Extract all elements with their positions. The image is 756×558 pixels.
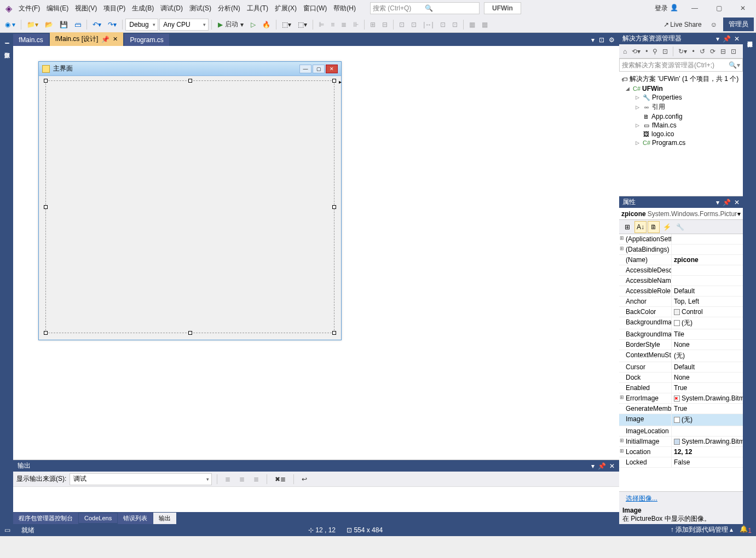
align-button[interactable]: ≡	[328, 19, 337, 30]
open-button[interactable]: 📂	[42, 19, 56, 30]
prop-row[interactable]: BackColorControl	[619, 307, 743, 317]
picturebox-zpicone[interactable]: ▸	[45, 80, 334, 333]
sol-tool2-icon[interactable]: ↺	[698, 47, 707, 56]
props-dropdown-icon[interactable]: ▾	[716, 199, 719, 206]
toolbox-tab[interactable]: 工具箱	[2, 34, 11, 43]
prop-row[interactable]: (DataBindings)	[619, 245, 743, 255]
btab-errors[interactable]: 错误列表	[118, 513, 153, 524]
datasource-tab[interactable]: 数据源	[2, 44, 11, 53]
tab-settings-icon[interactable]: ⚙	[609, 36, 615, 44]
tab-dropdown-icon[interactable]: ▾	[591, 36, 595, 44]
properties-grid[interactable]: (ApplicationSettings)(DataBindings)(Name…	[619, 234, 743, 491]
prop-row[interactable]: AccessibleDescription	[619, 265, 743, 276]
prop-row[interactable]: Location12, 12	[619, 447, 743, 457]
start-button[interactable]: ▶启动 ▾	[215, 19, 247, 30]
prop-row[interactable]: LockedFalse	[619, 457, 743, 468]
pin-icon[interactable]: 📌	[101, 36, 109, 43]
sol-close-icon[interactable]: ✕	[734, 35, 740, 43]
sol-dropdown-icon[interactable]: ▾	[716, 35, 719, 43]
menu-测试(S)[interactable]: 测试(S)	[186, 2, 215, 15]
sol-sync-icon[interactable]: ⚲	[651, 47, 659, 56]
step-button[interactable]: ⬚▾	[279, 19, 294, 30]
live-share-button[interactable]: ↗ Live Share	[661, 19, 704, 30]
sol-tool1-icon[interactable]: ↻▾	[677, 47, 689, 56]
login-button[interactable]: 登录 👤	[651, 2, 682, 15]
prop-row[interactable]: InitialImageSystem.Drawing.Bitmap	[619, 437, 743, 447]
nav-back-button[interactable]: ◉ ▾	[2, 19, 18, 30]
btab-pkg[interactable]: 程序包管理器控制台	[13, 513, 78, 524]
properties-object-combo[interactable]: zpicone System.Windows.Forms.PictureBox▾	[619, 208, 743, 220]
menu-生成(B)[interactable]: 生成(B)	[129, 2, 157, 15]
form-min-button[interactable]: —	[299, 65, 311, 73]
output-dropdown-icon[interactable]: ▾	[591, 462, 595, 470]
sol-show-icon[interactable]: ⊡	[729, 47, 738, 56]
prop-row[interactable]: AccessibleRoleDefault	[619, 286, 743, 297]
smarttag-icon[interactable]: ▸	[339, 79, 342, 85]
prop-row[interactable]: AccessibleName	[619, 276, 743, 286]
order-button[interactable]: ⊞	[367, 19, 378, 30]
prop-row[interactable]: (ApplicationSettings)	[619, 234, 743, 245]
sp1-button[interactable]: ⊡	[396, 19, 407, 30]
output-close-icon[interactable]: ✕	[609, 462, 615, 470]
close-tab-icon[interactable]: ✕	[113, 36, 118, 43]
redo-button[interactable]: ↷▾	[105, 19, 119, 30]
save-all-button[interactable]: 🗃	[72, 19, 84, 30]
props-pin-icon[interactable]: 📌	[723, 199, 731, 206]
form-max-button[interactable]: ▢	[313, 65, 325, 73]
prop-row[interactable]: AnchorTop, Left	[619, 297, 743, 307]
prop-row[interactable]: CursorDefault	[619, 362, 743, 373]
prop-props-icon[interactable]: 🗎	[648, 221, 660, 233]
prop-row[interactable]: ImageLocation	[619, 426, 743, 437]
tab-fmain-cs[interactable]: fMain.cs	[13, 34, 49, 46]
layer1-button[interactable]: ▦	[466, 19, 478, 30]
source-control-button[interactable]: ↑ 添加到源代码管理 ▴	[671, 525, 734, 534]
output-body[interactable]	[13, 487, 619, 512]
sol-pin-icon[interactable]: 📌	[723, 35, 731, 43]
sp3-button[interactable]: |↔|	[420, 19, 436, 30]
server-explorer-tab[interactable]: 服务器资源管理器	[745, 33, 754, 42]
prop-events-icon[interactable]: ⚡	[661, 221, 673, 233]
layer2-button[interactable]: ▦	[479, 19, 490, 30]
prop-az-icon[interactable]: A↓	[634, 221, 647, 233]
save-button[interactable]: 💾	[57, 19, 71, 30]
sol-refresh-icon[interactable]: ⟳	[708, 47, 717, 56]
menu-视图(V)[interactable]: 视图(V)	[72, 2, 100, 15]
output-src-combo[interactable]: 调试	[70, 473, 212, 485]
prop-row[interactable]: DockNone	[619, 373, 743, 383]
designer-surface[interactable]: 主界面 — ▢ ✕ ▸	[13, 46, 619, 460]
menu-项目(P)[interactable]: 项目(P)	[100, 2, 129, 15]
order2-button[interactable]: ⊟	[379, 19, 390, 30]
close-button[interactable]: ✕	[732, 1, 754, 15]
search-input[interactable]: 搜索 (Ctrl+Q)🔍	[370, 2, 480, 14]
tab-program-cs[interactable]: Program.cs	[124, 34, 169, 46]
menu-帮助(H)[interactable]: 帮助(H)	[330, 2, 359, 15]
platform-combo[interactable]: Any CPU	[159, 19, 209, 31]
prop-row[interactable]: BorderStyleNone	[619, 340, 743, 350]
maximize-button[interactable]: ▢	[708, 1, 730, 15]
feedback-button[interactable]: ☺	[708, 19, 720, 30]
prop-row[interactable]: Image(无)	[619, 414, 743, 426]
form-main[interactable]: 主界面 — ▢ ✕ ▸	[38, 61, 342, 340]
align3-button[interactable]: ⊪	[350, 19, 361, 30]
out-wrap[interactable]: ↩	[299, 474, 310, 485]
menu-工具(T)[interactable]: 工具(T)	[244, 2, 272, 15]
out-btn2[interactable]: ≣	[236, 474, 247, 485]
props-close-icon[interactable]: ✕	[734, 199, 740, 206]
sp4-button[interactable]: ⊡	[437, 19, 448, 30]
start-wo-debug-button[interactable]: ▷	[248, 19, 258, 30]
undo-button[interactable]: ↶▾	[90, 19, 104, 30]
prop-pages-icon[interactable]: 🔧	[674, 221, 686, 233]
prop-row[interactable]: (Name)zpicone	[619, 255, 743, 265]
prop-row[interactable]: ContextMenuStrip(无)	[619, 350, 743, 362]
out-btn1[interactable]: ≣	[222, 474, 233, 485]
step2-button[interactable]: ⬚▾	[295, 19, 310, 30]
prop-row[interactable]: GenerateMemberTrue	[619, 404, 743, 414]
sp2-button[interactable]: ⊡	[408, 19, 419, 30]
select-image-link[interactable]: 选择图像...	[622, 495, 661, 502]
config-combo[interactable]: Debug	[125, 19, 158, 31]
prop-row[interactable]: BackgroundImage(无)	[619, 317, 743, 329]
minimize-button[interactable]: —	[684, 1, 706, 15]
tab-fullscreen-icon[interactable]: ⊡	[599, 36, 604, 44]
menu-分析(N)[interactable]: 分析(N)	[215, 2, 244, 15]
sol-view-icon[interactable]: ⊡	[661, 47, 670, 56]
